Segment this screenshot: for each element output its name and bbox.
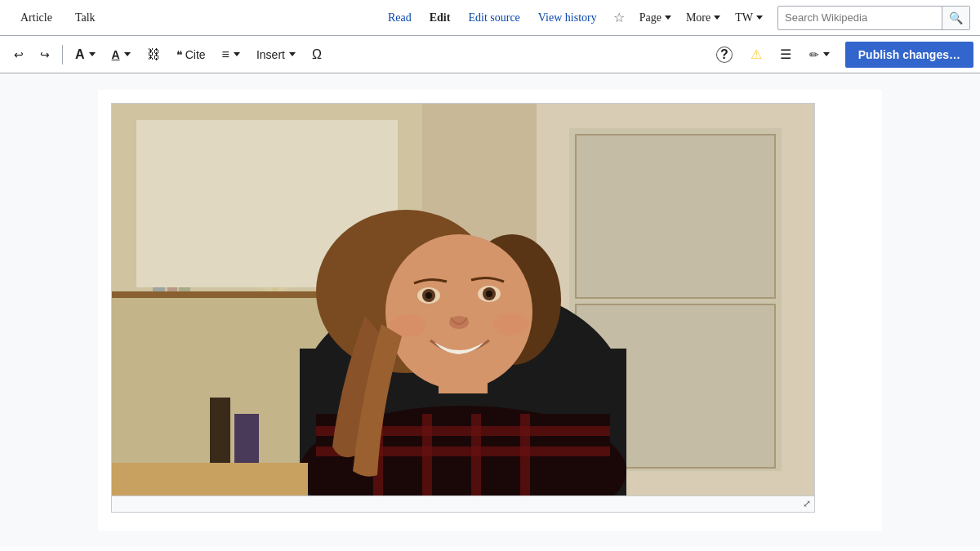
star-button[interactable]: ☆: [607, 5, 631, 30]
link-button[interactable]: ⛓: [140, 42, 167, 67]
more-dropdown-label: More: [686, 11, 710, 24]
svg-rect-40: [234, 414, 259, 463]
insert-arrow: [289, 52, 296, 56]
publish-button[interactable]: Publish changes…: [845, 42, 973, 68]
svg-point-32: [425, 292, 432, 299]
help-button[interactable]: ?: [709, 42, 740, 68]
link-icon: ⛓: [147, 47, 160, 62]
pencil-dropdown[interactable]: ✏: [802, 43, 837, 66]
text-style-dropdown[interactable]: A: [68, 42, 103, 67]
undo-button[interactable]: ↩: [7, 43, 31, 66]
image-svg: [112, 104, 814, 495]
tab-talk[interactable]: Talk: [65, 6, 106, 29]
list-icon: ≡: [222, 47, 229, 62]
svg-point-36: [449, 316, 469, 329]
top-navigation: Article Talk Read Edit Edit source View …: [0, 0, 980, 36]
text-format-arrow: [124, 52, 131, 56]
svg-rect-39: [210, 398, 230, 463]
tw-dropdown[interactable]: TW: [728, 7, 769, 29]
expand-icon[interactable]: ⤢: [803, 498, 811, 510]
redo-button[interactable]: ↪: [33, 43, 57, 66]
insert-label: Insert: [256, 48, 285, 61]
omega-button[interactable]: Ω: [305, 42, 329, 67]
nav-tabs: Article Talk: [10, 6, 108, 29]
content-area: ⤢: [0, 73, 980, 547]
pencil-arrow: [823, 52, 830, 56]
search-icon: 🔍: [949, 11, 963, 24]
text-style-icon: A: [75, 47, 85, 62]
svg-point-38: [492, 313, 528, 335]
page-dropdown-label: Page: [639, 11, 662, 24]
undo-icon: ↩: [14, 48, 24, 61]
nav-view-history[interactable]: View history: [530, 7, 605, 29]
quote-mark-icon: ❝: [176, 48, 183, 61]
svg-rect-41: [112, 463, 308, 495]
tab-article[interactable]: Article: [10, 6, 63, 29]
separator-1: [62, 45, 63, 64]
image-container: ⤢: [111, 103, 815, 513]
warning-icon: ⚠: [751, 47, 762, 62]
cite-label: Cite: [185, 48, 206, 61]
tw-dropdown-label: TW: [735, 11, 753, 24]
omega-icon: Ω: [312, 47, 322, 62]
more-dropdown-arrow: [714, 16, 720, 20]
hamburger-button[interactable]: ☰: [773, 42, 799, 67]
nav-edit-source[interactable]: Edit source: [460, 7, 528, 29]
text-style-arrow: [89, 52, 96, 56]
svg-point-29: [385, 234, 532, 389]
svg-rect-24: [471, 414, 481, 495]
nav-actions: Read Edit Edit source View history ☆ Pag…: [380, 5, 970, 30]
svg-rect-23: [422, 414, 432, 495]
editor-toolbar: ↩ ↪ A A ⛓ ❝ Cite ≡ Insert Ω ? ⚠: [0, 36, 980, 73]
text-format-button[interactable]: A: [105, 43, 138, 66]
svg-rect-25: [520, 414, 530, 495]
tw-dropdown-arrow: [756, 16, 763, 20]
image-caption-bar: ⤢: [112, 495, 814, 512]
list-button[interactable]: ≡: [215, 42, 247, 67]
svg-rect-14: [576, 135, 775, 298]
text-format-icon: A: [112, 48, 120, 61]
nav-read[interactable]: Read: [380, 7, 420, 29]
page-dropdown-arrow: [665, 16, 671, 20]
redo-icon: ↪: [40, 48, 50, 61]
search-input[interactable]: [778, 8, 942, 27]
search-button[interactable]: 🔍: [942, 7, 969, 29]
cite-button[interactable]: ❝ Cite: [169, 43, 213, 66]
nav-edit[interactable]: Edit: [421, 7, 459, 29]
more-dropdown[interactable]: More: [679, 7, 727, 29]
svg-point-35: [486, 291, 492, 297]
article-image: [112, 104, 814, 495]
warning-button[interactable]: ⚠: [743, 42, 769, 67]
insert-button[interactable]: Insert: [249, 43, 303, 66]
page-dropdown[interactable]: Page: [633, 7, 678, 29]
pencil-icon: ✏: [809, 48, 819, 61]
help-icon: ?: [716, 47, 733, 63]
editor-content: ⤢: [98, 90, 882, 531]
toolbar-right: ? ⚠ ☰ ✏: [709, 42, 837, 68]
hamburger-icon: ☰: [780, 47, 791, 62]
list-arrow: [234, 52, 240, 56]
search-box: 🔍: [777, 6, 970, 30]
